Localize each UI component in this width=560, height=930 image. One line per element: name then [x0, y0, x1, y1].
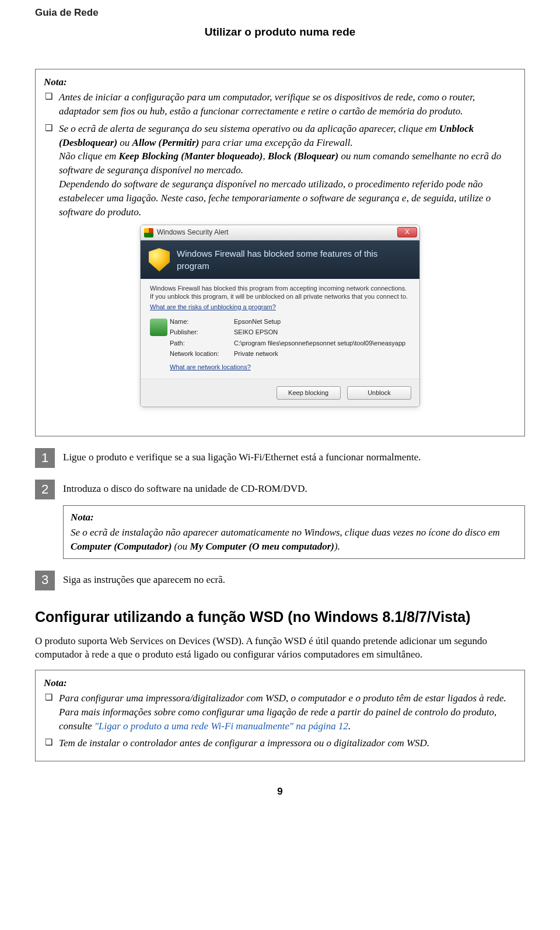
- dialog-title: Windows Security Alert: [157, 228, 229, 237]
- unblock-button[interactable]: Unblock: [347, 386, 411, 400]
- field-label: Network location:: [170, 349, 234, 358]
- field-value: C:\program files\epsonnet\epsonnet setup…: [234, 339, 410, 348]
- step-text: Introduza o disco do software na unidade…: [63, 480, 307, 496]
- note-item: Tem de instalar o controlador antes de c…: [44, 736, 516, 750]
- app-icon: [150, 319, 167, 336]
- windows-security-dialog: Windows Security Alert X Windows Firewal…: [140, 225, 420, 407]
- keep-blocking-button[interactable]: Keep blocking: [276, 386, 341, 400]
- step-number: 2: [35, 480, 55, 499]
- shield-icon: [149, 248, 170, 271]
- step-number: 3: [35, 571, 55, 590]
- close-button[interactable]: X: [397, 227, 417, 237]
- step-text: Ligue o produto e verifique se a sua lig…: [63, 448, 421, 464]
- note-title: Nota:: [44, 75, 516, 89]
- network-locations-row: What are network locations?: [170, 363, 410, 372]
- note-body: Se o ecrã de instalação não aparecer aut…: [71, 526, 517, 554]
- step-row-3: 3 Siga as instruções que aparecem no ecr…: [35, 571, 525, 590]
- page: Guia de Rede Utilizar o produto numa red…: [0, 0, 560, 822]
- note-item: Antes de iniciar a configuração para um …: [44, 90, 516, 118]
- dialog-titlebar: Windows Security Alert X: [141, 225, 419, 240]
- note-box-2: Nota: Para configurar uma impressora/dig…: [35, 670, 525, 761]
- step-text: Siga as instruções que aparecem no ecrã.: [63, 571, 225, 587]
- dialog-button-row: Keep blocking Unblock: [141, 379, 419, 407]
- note-box-1: Nota: Antes de iniciar a configuração pa…: [35, 69, 525, 436]
- step-2-note: Nota: Se o ecrã de instalação não aparec…: [63, 505, 525, 558]
- field-label: Name:: [170, 317, 234, 326]
- note-item: Se o ecrã de alerta de segurança do seu …: [44, 122, 516, 219]
- note-list: Antes de iniciar a configuração para um …: [44, 90, 516, 219]
- step-number: 1: [35, 448, 55, 468]
- risk-link[interactable]: What are the risks of unblocking a progr…: [150, 303, 276, 312]
- section-heading: Configurar utilizando a função WSD (no W…: [35, 607, 525, 627]
- dialog-container: Windows Security Alert X Windows Firewal…: [44, 225, 516, 411]
- dialog-fields: Name: EpsonNet Setup Publisher: SEIKO EP…: [150, 317, 410, 372]
- note-list: Para configurar uma impressora/digitaliz…: [44, 691, 516, 750]
- dialog-banner: Windows Firewall has blocked some featur…: [141, 240, 419, 279]
- page-number: 9: [35, 785, 525, 799]
- step-row-2: 2 Introduza o disco do software na unida…: [35, 480, 525, 499]
- shield-icon: [144, 228, 153, 237]
- dialog-body: Windows Firewall has blocked this progra…: [141, 279, 419, 372]
- dialog-banner-text: Windows Firewall has blocked some featur…: [177, 247, 411, 272]
- note-title: Nota:: [44, 676, 516, 690]
- running-head: Guia de Rede: [35, 6, 525, 20]
- section-paragraph: O produto suporta Web Services on Device…: [35, 634, 525, 662]
- field-label: Publisher:: [170, 328, 234, 337]
- field-value: EpsonNet Setup: [234, 317, 410, 326]
- chapter-title: Utilizar o produto numa rede: [35, 25, 525, 40]
- dialog-intro: Windows Firewall has blocked this progra…: [150, 285, 410, 301]
- field-label: Path:: [170, 339, 234, 348]
- step-row-1: 1 Ligue o produto e verifique se a sua l…: [35, 448, 525, 468]
- note-title: Nota:: [71, 511, 517, 525]
- field-value: SEIKO EPSON: [234, 328, 410, 337]
- field-value: Private network: [234, 349, 410, 358]
- network-locations-link[interactable]: What are network locations?: [170, 363, 251, 370]
- note-item: Para configurar uma impressora/digitaliz…: [44, 691, 516, 733]
